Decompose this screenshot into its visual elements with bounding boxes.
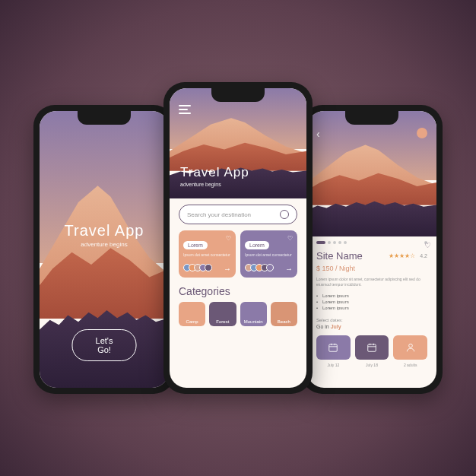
destination-card[interactable]: ♡ Lorem Ipsum dot amet consectetur → — [179, 230, 236, 278]
profile-avatar[interactable] — [417, 128, 427, 138]
date-end-picker[interactable]: July 18 — [355, 335, 389, 360]
list-item: Lorem ipsum — [316, 306, 427, 310]
hero-section: Travel App adventure begins — [170, 88, 306, 198]
date-start-picker[interactable]: July 12 — [316, 335, 351, 360]
splash-screen: Travel App adventure begins Let's Go! — [40, 111, 169, 388]
category-camp[interactable]: Camp — [179, 302, 205, 326]
calendar-icon — [367, 342, 377, 353]
svg-rect-4 — [368, 344, 376, 351]
back-icon[interactable]: ‹ — [316, 128, 320, 140]
card-label: Lorem — [183, 241, 208, 249]
site-name: Site Name — [316, 250, 363, 262]
category-beach[interactable]: Beach — [271, 302, 297, 326]
feature-list: Lorem ipsum Lorem ipsum Lorem ipsum — [307, 290, 436, 315]
card-sub: Ipsum dot amet consectetur — [245, 252, 293, 258]
heart-icon[interactable]: ♡ — [226, 235, 231, 242]
destination-cards: ♡ Lorem Ipsum dot amet consectetur → ♡ L… — [170, 230, 306, 278]
select-dates-label: Select dates: — [307, 315, 436, 322]
carousel-dots[interactable]: ♡ — [307, 236, 436, 249]
category-mountain[interactable]: Mountain — [240, 302, 267, 326]
app-subtitle: adventure begins — [180, 182, 249, 187]
categories-grid: Camp Forest Mountain Beach — [170, 302, 306, 326]
arrow-icon[interactable]: → — [224, 265, 231, 273]
picker-label: July 18 — [366, 363, 378, 367]
phone-splash: Travel App adventure begins Let's Go! — [33, 105, 175, 394]
category-forest[interactable]: Forest — [209, 302, 236, 326]
list-item: Lorem ipsum — [316, 300, 427, 304]
notch — [78, 111, 131, 125]
phone-home: Travel App adventure begins Search your … — [163, 82, 313, 394]
home-screen: Travel App adventure begins Search your … — [170, 88, 306, 388]
app-subtitle: adventure begins — [40, 241, 169, 248]
calendar-icon — [328, 342, 338, 353]
heart-icon[interactable]: ♡ — [287, 235, 293, 242]
svg-rect-0 — [329, 344, 338, 351]
phone-detail: ‹ ♡ Site Name ★★★★☆ 4.2 $ 150 / Night Lo… — [301, 105, 443, 394]
hero-image: ‹ — [307, 111, 436, 236]
picker-label: 2 adults — [404, 363, 417, 367]
picker-row: July 12 July 18 2 adults — [307, 331, 436, 364]
go-in-label: Go in July — [307, 322, 436, 331]
app-title: Travel App — [40, 222, 169, 240]
picker-label: July 12 — [327, 363, 339, 367]
destination-card[interactable]: ♡ Lorem Ipsum dot amet consectetur → — [240, 230, 297, 278]
arrow-icon[interactable]: → — [285, 265, 293, 273]
description: Lorem ipsum dolor sit amet, consectetur … — [307, 274, 436, 290]
menu-icon[interactable] — [179, 105, 191, 114]
heart-icon[interactable]: ♡ — [424, 241, 427, 244]
svg-point-8 — [408, 344, 412, 347]
search-placeholder: Search your destination — [187, 211, 251, 218]
list-item: Lorem ipsum — [316, 294, 427, 298]
rating-stars: ★★★★☆ — [389, 252, 415, 259]
card-sub: Ipsum dot amet consectetur — [183, 252, 231, 258]
price-label: $ 150 / Night — [307, 263, 436, 274]
rating-value: 4.2 — [420, 253, 427, 259]
notch — [345, 111, 398, 125]
notch — [211, 88, 265, 102]
lets-go-button[interactable]: Let's Go! — [72, 329, 137, 361]
person-icon — [405, 342, 416, 353]
search-input[interactable]: Search your destination — [179, 205, 297, 224]
guests-picker[interactable]: 2 adults — [393, 335, 427, 360]
app-title: Travel App — [180, 165, 249, 180]
card-label: Lorem — [245, 241, 269, 249]
categories-title: Categories — [170, 278, 306, 302]
detail-screen: ‹ ♡ Site Name ★★★★☆ 4.2 $ 150 / Night Lo… — [307, 111, 436, 388]
